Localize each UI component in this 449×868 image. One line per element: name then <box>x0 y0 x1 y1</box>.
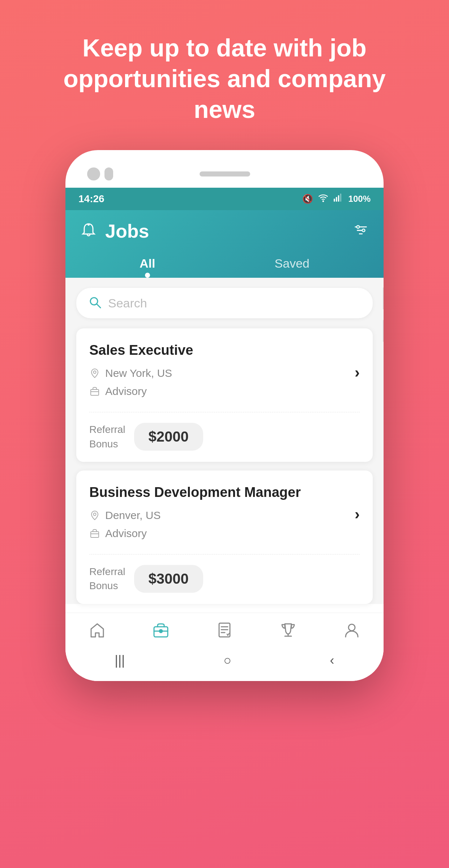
app-body: Search Sales Executive New York, US <box>65 278 384 604</box>
nav-trophy[interactable] <box>279 621 297 639</box>
referral-amount-2: $3000 <box>134 565 203 593</box>
camera-area <box>87 167 113 180</box>
side-button-right <box>383 288 384 309</box>
header-row: Jobs <box>80 220 369 251</box>
phone-shell: 14:26 🔇 100% <box>65 150 384 681</box>
search-icon <box>89 296 102 310</box>
battery-text: 100% <box>348 194 371 204</box>
bell-icon[interactable] <box>80 222 97 241</box>
job-location-1: New York, US <box>89 367 347 379</box>
job-dept-1: Advisory <box>89 385 347 397</box>
wifi-icon <box>318 193 328 205</box>
job-header-2: Business Development Manager Denver, US <box>89 484 360 545</box>
svg-rect-4 <box>340 193 341 201</box>
camera-pill <box>104 167 113 180</box>
header-left: Jobs <box>80 220 149 242</box>
svg-line-12 <box>97 304 101 308</box>
svg-point-16 <box>94 513 96 516</box>
signal-icon <box>333 193 343 205</box>
job-dept-text-2: Advisory <box>105 527 147 540</box>
android-nav: ||| ○ ‹ <box>65 645 384 681</box>
camera-circle <box>87 167 100 180</box>
nav-home[interactable] <box>88 621 106 639</box>
referral-label-2: ReferralBonus <box>89 565 125 593</box>
tab-all[interactable]: All <box>118 251 177 278</box>
android-home-icon[interactable]: ○ <box>223 653 231 668</box>
job-title-2: Business Development Manager <box>89 484 347 501</box>
status-time: 14:26 <box>78 193 104 205</box>
svg-rect-1 <box>334 199 335 201</box>
job-location-text-1: New York, US <box>105 367 172 379</box>
job-title-1: Sales Executive <box>89 341 347 359</box>
job-card-2[interactable]: Business Development Manager Denver, US <box>76 471 373 604</box>
search-container: Search <box>65 278 384 328</box>
job-location-2: Denver, US <box>89 509 347 522</box>
chevron-right-2[interactable]: › <box>355 506 360 523</box>
svg-rect-17 <box>91 532 99 537</box>
android-recent-icon[interactable]: ‹ <box>330 653 334 668</box>
status-icons: 🔇 100% <box>302 193 371 205</box>
job-header-1: Sales Executive New York, US <box>89 341 360 403</box>
app-header: Jobs All Saved <box>65 210 384 278</box>
search-box[interactable]: Search <box>76 288 373 318</box>
search-placeholder: Search <box>108 296 147 310</box>
mute-icon: 🔇 <box>302 194 313 204</box>
svg-point-13 <box>94 371 96 374</box>
svg-point-0 <box>322 201 323 201</box>
job-dept-2: Advisory <box>89 527 347 540</box>
svg-rect-3 <box>338 195 339 202</box>
nav-notes[interactable] <box>215 621 234 639</box>
android-back-icon[interactable]: ||| <box>115 653 125 668</box>
svg-point-21 <box>159 630 162 633</box>
svg-point-10 <box>362 229 365 232</box>
filter-icon[interactable] <box>352 222 369 240</box>
job-info-2: Business Development Manager Denver, US <box>89 484 347 545</box>
tab-saved[interactable]: Saved <box>253 251 331 278</box>
phone-speaker <box>200 171 250 176</box>
job-location-text-2: Denver, US <box>105 509 161 522</box>
referral-label-1: ReferralBonus <box>89 422 125 451</box>
bottom-nav <box>65 613 384 645</box>
svg-rect-14 <box>91 390 99 395</box>
referral-row-2: ReferralBonus $3000 <box>89 554 360 604</box>
job-card-1[interactable]: Sales Executive New York, US <box>76 328 373 462</box>
referral-row-1: ReferralBonus $2000 <box>89 412 360 461</box>
svg-point-28 <box>348 624 355 631</box>
phone-top <box>65 167 384 188</box>
nav-profile[interactable] <box>343 621 361 639</box>
chevron-right-1[interactable]: › <box>355 364 360 381</box>
headline: Keep up to date with job opportunities a… <box>0 0 449 150</box>
app-title: Jobs <box>105 220 149 242</box>
tabs: All Saved <box>80 251 369 278</box>
nav-jobs[interactable] <box>152 621 170 639</box>
referral-amount-1: $2000 <box>134 423 203 451</box>
svg-point-5 <box>87 224 90 226</box>
status-bar: 14:26 🔇 100% <box>65 188 384 210</box>
job-dept-text-1: Advisory <box>105 385 147 397</box>
side-button-right2 <box>383 320 384 342</box>
svg-point-9 <box>357 226 360 229</box>
svg-rect-2 <box>336 197 337 202</box>
job-info-1: Sales Executive New York, US <box>89 341 347 403</box>
